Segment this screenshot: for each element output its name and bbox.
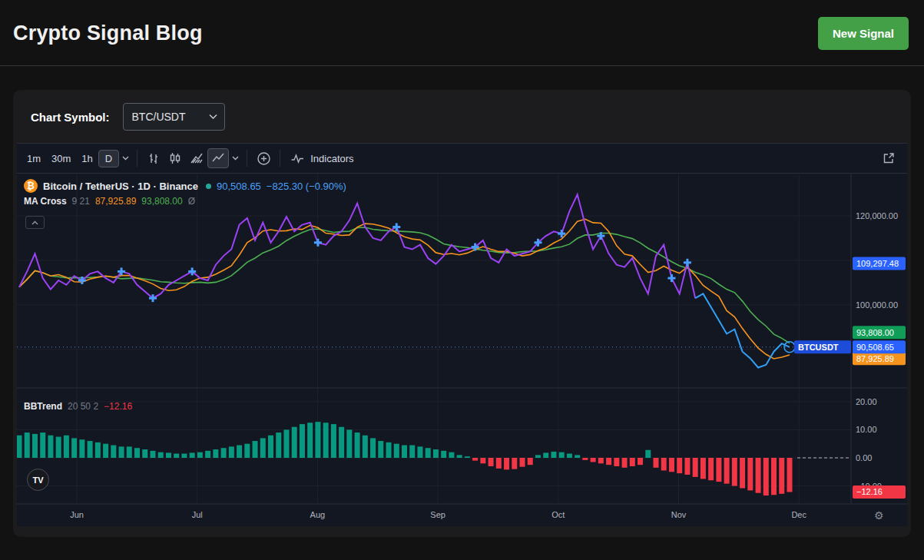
chart-type-dropdown-chevron-icon[interactable] (229, 148, 241, 168)
bar-chart-type-icon[interactable] (143, 148, 164, 168)
interval-dropdown-chevron-icon[interactable] (119, 148, 131, 168)
svg-text:20.00: 20.00 (856, 397, 877, 406)
bitcoin-icon: ₿ (24, 179, 38, 193)
toolbar-separator (137, 150, 137, 167)
svg-text:90,508.65: 90,508.65 (856, 343, 894, 352)
symbol-select[interactable]: BTC/USDT (123, 103, 225, 131)
symbol-select-wrap: BTC/USDT (123, 103, 225, 131)
chart-panel: Chart Symbol: BTC/USDT 1m 30m 1h D (13, 90, 911, 537)
legend-collapse-button[interactable] (25, 216, 45, 229)
svg-text:Nov: Nov (671, 510, 687, 519)
area-chart-type-icon[interactable] (186, 148, 207, 168)
chart-canvas[interactable]: JunJulAugSepOctNovDec120,000.00100,000.0… (17, 174, 907, 526)
compare-add-icon[interactable] (253, 148, 274, 168)
bbtrend-title: BBTrend (24, 401, 62, 412)
fullscreen-expand-icon[interactable] (878, 148, 899, 168)
svg-text:120,000.00: 120,000.00 (856, 211, 898, 220)
interval-1d-button[interactable]: D (98, 150, 119, 167)
page-title: Crypto Signal Blog (13, 22, 203, 45)
last-price-value: 90,508.65 (217, 181, 261, 192)
new-signal-button[interactable]: New Signal (818, 17, 909, 50)
symbol-row: Chart Symbol: BTC/USDT (31, 103, 907, 131)
ma-cross-legend[interactable]: MA Cross 9 21 87,925.89 93,808.00 Ø (24, 196, 195, 207)
line-chart-type-icon[interactable] (207, 148, 229, 168)
bbtrend-value: −12.16 (104, 401, 132, 412)
svg-text:0.00: 0.00 (856, 453, 872, 462)
svg-text:10.00: 10.00 (856, 425, 877, 434)
chart-symbol-label: Chart Symbol: (31, 111, 110, 124)
svg-text:Sep: Sep (430, 510, 445, 519)
bbtrend-legend[interactable]: BBTrend 20 50 2 −12.16 (24, 401, 132, 412)
toolbar-separator (247, 150, 247, 167)
interval-1m-button[interactable]: 1m (22, 150, 46, 167)
svg-text:Jul: Jul (192, 510, 203, 519)
candle-chart-type-icon[interactable] (164, 148, 186, 168)
symbol-legend[interactable]: ₿ Bitcoin / TetherUS · 1D · Binance 90,5… (24, 179, 346, 193)
ma-cross-title: MA Cross (24, 196, 67, 207)
svg-text:BTCUSDT: BTCUSDT (798, 343, 839, 352)
toolbar-separator (280, 150, 280, 167)
svg-text:93,808.00: 93,808.00 (856, 328, 894, 337)
timezone-settings-icon[interactable]: ⚙ (874, 509, 884, 522)
bbtrend-params: 20 50 2 (68, 401, 98, 412)
svg-text:100,000.00: 100,000.00 (856, 300, 898, 310)
market-status-dot (206, 184, 211, 189)
indicators-label: Indicators (310, 153, 353, 164)
interval-1h-button[interactable]: 1h (76, 150, 98, 167)
interval-30m-button[interactable]: 30m (46, 150, 76, 167)
ma-fast-value: 87,925.89 (95, 196, 136, 207)
svg-text:Dec: Dec (791, 510, 806, 519)
svg-text:Aug: Aug (310, 510, 326, 519)
ma-cross-params: 9 21 (72, 196, 90, 207)
tradingview-logo[interactable]: TV (27, 469, 49, 491)
svg-text:Jun: Jun (70, 510, 84, 519)
symbol-title: Bitcoin / TetherUS · 1D · Binance (43, 181, 198, 192)
tradingview-widget: 1m 30m 1h D (17, 143, 907, 526)
header-divider (0, 65, 924, 66)
indicators-button[interactable]: Indicators (286, 149, 358, 168)
chart-toolbar: 1m 30m 1h D (17, 144, 907, 174)
page-header: Crypto Signal Blog New Signal (0, 0, 924, 65)
svg-text:Oct: Oct (551, 510, 565, 519)
ma-more-menu[interactable]: Ø (188, 196, 195, 207)
svg-text:109,297.48: 109,297.48 (856, 259, 899, 268)
price-change-value: −825.30 (−0.90%) (267, 181, 346, 192)
ma-slow-value: 93,808.00 (141, 196, 182, 207)
chart-body: JunJulAugSepOctNovDec120,000.00100,000.0… (17, 174, 907, 526)
svg-text:87,925.89: 87,925.89 (856, 354, 894, 363)
svg-text:−12.16: −12.16 (856, 487, 883, 496)
